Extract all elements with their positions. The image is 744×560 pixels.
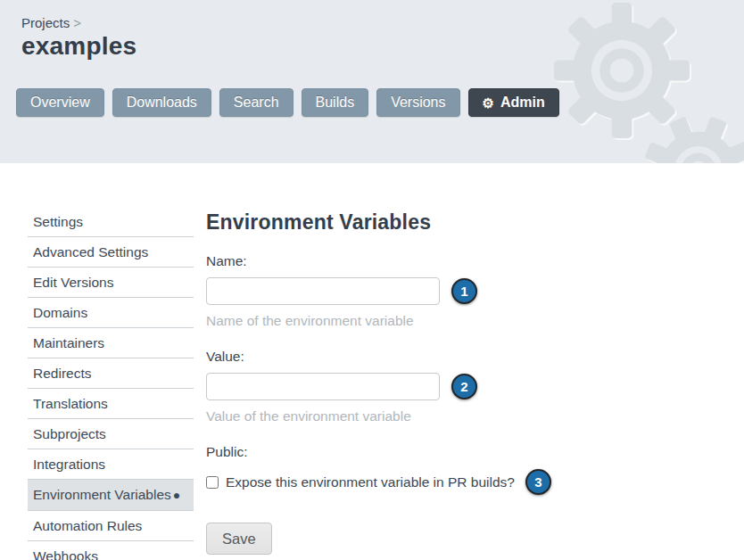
content-heading: Environment Variables bbox=[206, 210, 599, 235]
sidebar-item-label: Webhooks bbox=[33, 548, 98, 560]
annotation-badge-2: 2 bbox=[451, 374, 477, 399]
annotation-badge-3: 3 bbox=[525, 469, 551, 495]
breadcrumb-separator: > bbox=[73, 15, 81, 30]
nav-button-label: Versions bbox=[391, 95, 445, 111]
sidebar-item-integrations[interactable]: Integrations bbox=[28, 449, 194, 480]
sidebar-item-redirects[interactable]: Redirects bbox=[28, 358, 194, 389]
sidebar-item-subprojects[interactable]: Subprojects bbox=[28, 419, 194, 449]
sidebar-item-domains[interactable]: Domains bbox=[28, 298, 194, 328]
public-checkbox-label[interactable]: Expose this environment variable in PR b… bbox=[226, 474, 515, 490]
value-field-group: Value: 2 Value of the environment variab… bbox=[206, 349, 599, 424]
public-field-group: Public: Expose this environment variable… bbox=[206, 444, 599, 495]
value-helper-text: Value of the environment variable bbox=[206, 408, 599, 424]
nav-button-label: Overview bbox=[30, 95, 90, 111]
nav-button-downloads[interactable]: Downloads bbox=[112, 88, 211, 117]
sidebar-item-label: Edit Versions bbox=[33, 275, 113, 290]
sidebar-item-label: Environment Variables bbox=[33, 487, 171, 502]
nav-button-label: Admin bbox=[500, 95, 545, 111]
sidebar-item-label: Translations bbox=[33, 396, 108, 411]
admin-sidebar-list: SettingsAdvanced SettingsEdit VersionsDo… bbox=[28, 207, 194, 560]
sidebar-item-label: Maintainers bbox=[33, 335, 104, 350]
nav-button-admin[interactable]: ⚙Admin bbox=[468, 88, 559, 117]
nav-button-label: Builds bbox=[316, 95, 355, 111]
gear-decoration-large bbox=[537, 0, 707, 159]
nav-button-label: Downloads bbox=[127, 95, 197, 111]
public-label: Public: bbox=[206, 444, 599, 460]
breadcrumb: Projects> bbox=[21, 15, 81, 30]
public-checkbox[interactable] bbox=[206, 476, 219, 489]
gear-icon: ⚙ bbox=[483, 96, 494, 110]
gear-decoration-small bbox=[632, 103, 744, 163]
nav-button-overview[interactable]: Overview bbox=[16, 88, 104, 117]
name-field-group: Name: 1 Name of the environment variable bbox=[206, 253, 599, 329]
nav-button-label: Search bbox=[234, 95, 279, 111]
page-title: examples bbox=[21, 32, 136, 61]
nav-button-search[interactable]: Search bbox=[219, 88, 293, 117]
sidebar-item-webhooks[interactable]: Webhooks bbox=[28, 541, 194, 560]
sidebar-item-label: Integrations bbox=[33, 457, 105, 472]
save-button[interactable]: Save bbox=[206, 523, 272, 555]
sidebar-item-environment-variables[interactable]: Environment Variables● bbox=[28, 480, 194, 511]
name-helper-text: Name of the environment variable bbox=[206, 313, 599, 329]
page: Projects> examples OverviewDownloadsSear… bbox=[0, 0, 744, 560]
project-nav: OverviewDownloadsSearchBuildsVersions⚙Ad… bbox=[16, 88, 559, 117]
sidebar-item-settings[interactable]: Settings bbox=[28, 207, 194, 237]
sidebar-item-label: Domains bbox=[33, 305, 87, 320]
sidebar-item-advanced-settings[interactable]: Advanced Settings bbox=[28, 237, 194, 268]
value-input[interactable] bbox=[206, 373, 440, 400]
sidebar-item-label: Automation Rules bbox=[33, 518, 142, 533]
sidebar-item-label: Settings bbox=[33, 214, 83, 229]
sidebar-item-edit-versions[interactable]: Edit Versions bbox=[28, 268, 194, 298]
sidebar-item-label: Advanced Settings bbox=[33, 244, 148, 259]
nav-button-versions[interactable]: Versions bbox=[376, 88, 459, 117]
annotation-badge-1: 1 bbox=[451, 278, 477, 304]
sidebar-item-maintainers[interactable]: Maintainers bbox=[28, 328, 194, 358]
active-page-bullet-icon: ● bbox=[173, 488, 180, 502]
sidebar-item-automation-rules[interactable]: Automation Rules bbox=[28, 511, 194, 541]
name-label: Name: bbox=[206, 253, 599, 269]
project-header: Projects> examples OverviewDownloadsSear… bbox=[0, 0, 744, 163]
value-label: Value: bbox=[206, 349, 599, 365]
admin-sidebar: SettingsAdvanced SettingsEdit VersionsDo… bbox=[28, 207, 194, 560]
breadcrumb-projects-link[interactable]: Projects bbox=[21, 15, 70, 30]
sidebar-item-label: Subprojects bbox=[33, 426, 106, 441]
nav-button-builds[interactable]: Builds bbox=[302, 88, 369, 117]
name-input[interactable] bbox=[206, 277, 440, 305]
environment-variables-form: Environment Variables Name: 1 Name of th… bbox=[206, 210, 599, 555]
sidebar-item-label: Redirects bbox=[33, 366, 91, 381]
sidebar-item-translations[interactable]: Translations bbox=[28, 389, 194, 419]
